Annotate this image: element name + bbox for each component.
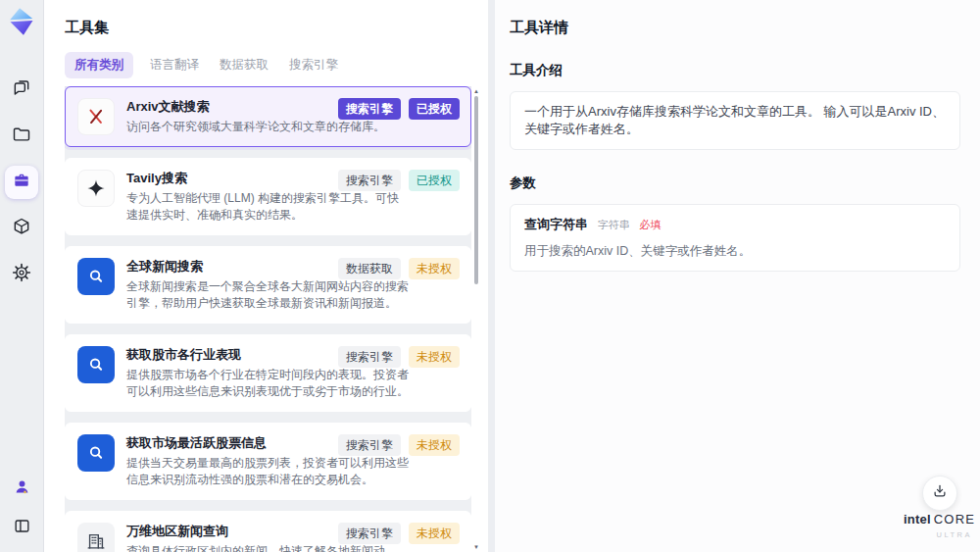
category-badge: 搜索引擎: [338, 523, 401, 544]
tab-all-categories[interactable]: 所有类别: [65, 52, 133, 78]
params-heading: 参数: [510, 175, 980, 192]
tool-list-item-sector-performance[interactable]: 获取股市各行业表现 提供股票市场各个行业在特定时间段内的表现。投资者可以利用这些…: [65, 334, 471, 412]
folder-icon: [12, 125, 31, 148]
tools-panel: 工具集 所有类别 语言翻译 数据获取 搜索引擎 Arxiv文献搜索 访问各个研究…: [44, 0, 488, 552]
intro-card: 一个用于从Arxiv存储库搜索科学论文和文章的工具。 输入可以是Arxiv ID…: [510, 91, 960, 150]
brand-ultra-text: ultra: [904, 528, 972, 542]
intro-heading: 工具介绍: [510, 62, 980, 79]
param-card: 查询字符串 字符串 必填 用于搜索的Arxiv ID、关键字或作者姓名。: [510, 204, 960, 272]
sidebar-item-packages[interactable]: [5, 212, 38, 245]
settings-gear-icon: [12, 263, 31, 286]
download-button[interactable]: [922, 476, 957, 511]
auth-status-badge: 已授权: [409, 98, 460, 120]
auth-status-badge: 未授权: [409, 434, 460, 456]
tool-description: 查询具体行政区划内的新闻，快速了解各地新闻动: [126, 543, 409, 552]
sparkle-icon: [77, 170, 115, 207]
news-search-icon: [77, 346, 115, 383]
sidebar-rail: [0, 0, 44, 552]
auth-status-badge: 未授权: [409, 346, 460, 368]
detail-title: 工具详情: [510, 19, 980, 37]
tool-list-item-regional-news[interactable]: 万维地区新闻查询 查询具体行政区划内的新闻，快速了解各地新闻动 搜索引擎 未授权: [65, 511, 471, 552]
param-header: 查询字符串 字符串 必填: [524, 216, 946, 233]
tool-description: 提供股票市场各个行业在特定时间段内的表现。投资者可以利用这些信息来识别表现优于或…: [126, 367, 409, 400]
user-avatar-icon: [13, 477, 31, 500]
brand-intel-text: intel: [904, 512, 931, 527]
tool-detail-panel: 工具详情 工具介绍 一个用于从Arxiv存储库搜索科学论文和文章的工具。 输入可…: [495, 0, 980, 552]
tool-list-item-global-news[interactable]: 全球新闻搜索 全球新闻搜索是一个聚合全球各大新闻网站内容的搜索引擎，帮助用户快速…: [65, 246, 471, 324]
tool-list-item-active-stocks[interactable]: 获取市场最活跃股票信息 提供当天交易量最高的股票列表，投资者可以利用这些信息来识…: [65, 423, 471, 500]
category-badge: 数据获取: [338, 258, 401, 279]
tool-list-item-tavily[interactable]: Tavily搜索 专为人工智能代理 (LLM) 构建的搜索引擎工具。可快速提供实…: [65, 158, 471, 235]
building-news-icon: [77, 523, 115, 552]
category-badge: 搜索引擎: [338, 98, 401, 120]
tab-search-engine[interactable]: 搜索引擎: [285, 52, 342, 78]
toolbox-icon: [12, 171, 31, 194]
auth-status-badge: 未授权: [409, 258, 460, 279]
arxiv-logo-icon: [77, 98, 115, 135]
sidebar-bottom: [7, 474, 36, 542]
scroll-down-arrow[interactable]: ▼: [473, 544, 479, 550]
news-search-icon: [77, 434, 115, 472]
scroll-up-arrow[interactable]: ▲: [473, 88, 479, 94]
param-description: 用于搜索的Arxiv ID、关键字或作者姓名。: [524, 242, 946, 260]
page-title: 工具集: [65, 19, 488, 37]
tab-language-translation[interactable]: 语言翻译: [146, 52, 203, 78]
sidebar-item-settings[interactable]: [5, 258, 38, 291]
category-tabs: 所有类别 语言翻译 数据获取 搜索引擎: [65, 52, 488, 78]
auth-status-badge: 未授权: [409, 523, 460, 544]
tool-description: 专为人工智能代理 (LLM) 构建的搜索引擎工具。可快速提供实时、准确和真实的结…: [126, 190, 409, 224]
sidebar-nav: [5, 74, 38, 291]
tool-list: Arxiv文献搜索 访问各个研究领域大量科学论文和文章的存储库。 搜索引擎 已授…: [65, 86, 471, 552]
tool-description: 提供当天交易量最高的股票列表，投资者可以利用这些信息来识别流动性强的股票和潜在的…: [126, 455, 409, 488]
param-type: 字符串: [598, 219, 630, 230]
app-logo-diamond-icon[interactable]: [5, 5, 38, 38]
intel-core-logo: intelcore ultra: [904, 512, 972, 542]
sidebar-item-collapse[interactable]: [7, 513, 36, 542]
brand-core-text: core: [934, 512, 975, 527]
list-scrollbar[interactable]: ▲ ▼: [473, 86, 479, 552]
chat-icon: [12, 78, 31, 102]
category-badge: 搜索引擎: [338, 170, 401, 191]
tab-data-fetch[interactable]: 数据获取: [216, 52, 272, 78]
param-required-label: 必填: [639, 219, 661, 230]
sidebar-item-chat[interactable]: [5, 74, 38, 107]
news-search-icon: [77, 258, 115, 295]
sidebar-item-account[interactable]: [7, 474, 36, 503]
auth-status-badge: 已授权: [409, 170, 460, 191]
sidebar-item-tools[interactable]: [5, 166, 38, 199]
download-icon: [931, 482, 949, 504]
category-badge: 搜索引擎: [338, 434, 401, 456]
tool-description: 全球新闻搜索是一个聚合全球各大新闻网站内容的搜索引擎，帮助用户快速获取全球最新资…: [126, 278, 409, 312]
package-icon: [12, 217, 31, 240]
sidebar-item-files[interactable]: [5, 120, 38, 153]
param-name: 查询字符串: [524, 217, 588, 231]
tool-list-item-arxiv[interactable]: Arxiv文献搜索 访问各个研究领域大量科学论文和文章的存储库。 搜索引擎 已授…: [65, 86, 471, 147]
tool-description: 访问各个研究领域大量科学论文和文章的存储库。: [126, 119, 409, 135]
panel-toggle-icon: [13, 517, 31, 539]
category-badge: 搜索引擎: [338, 346, 401, 368]
scrollbar-thumb[interactable]: [474, 96, 478, 284]
